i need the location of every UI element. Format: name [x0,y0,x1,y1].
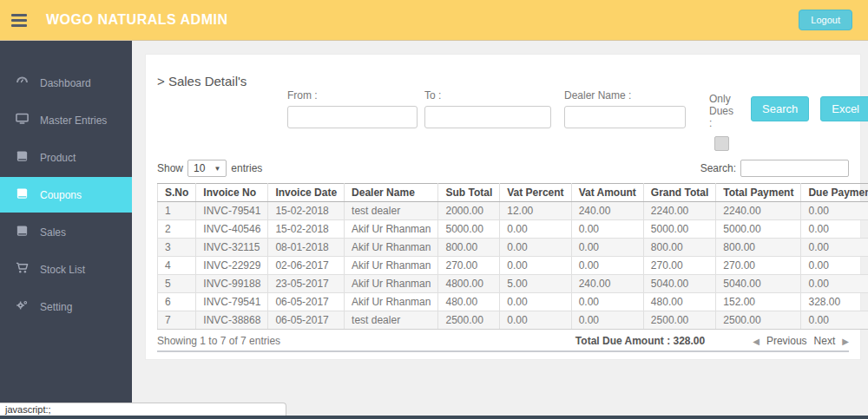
sidebar-item-sales[interactable]: Sales [0,214,132,250]
dealer-name-input[interactable] [564,106,686,128]
search-button[interactable]: Search [751,96,809,121]
table-cell: 6 [158,293,196,311]
excel-button[interactable]: Excel [820,96,868,121]
table-cell: 800.00 [438,239,500,257]
column-header[interactable]: Dealer Name [345,184,438,202]
showing-entries-text: Showing 1 to 7 of 7 entries [157,335,280,347]
table-row: 6INVC-7954106-05-2017Akif Ur Rhanman480.… [158,293,868,311]
menu-icon[interactable] [11,11,27,29]
table-search-label: Search: [700,162,736,174]
table-cell: 1 [158,202,196,220]
page-size-select[interactable]: 10 ▼ [187,160,227,177]
table-cell: Akif Ur Rhanman [345,239,438,257]
table-cell: test dealer [345,311,438,330]
sales-table: S.NoInvoice NoInvoice DateDealer NameSub… [157,183,868,330]
column-header[interactable]: Invoice Date [268,184,345,202]
table-cell: 5040.00 [643,275,715,293]
table-cell: INVC-38868 [196,311,268,330]
table-cell: 480.00 [438,293,500,311]
table-cell: 270.00 [716,257,801,275]
column-header[interactable]: Vat Amount [571,184,643,202]
only-dues-checkbox[interactable] [714,136,729,151]
table-cell: 480.00 [643,293,715,311]
table-cell: 7 [158,311,196,330]
table-cell: 800.00 [643,239,715,257]
only-dues-label: Only Dues : [709,93,733,129]
table-cell: 4800.00 [438,275,500,293]
dashboard-icon [16,75,29,90]
table-cell: 0.00 [571,293,643,311]
table-cell: 0.00 [500,220,571,239]
column-header[interactable]: Vat Percent [500,184,571,202]
column-header[interactable]: Grand Total [643,184,715,202]
table-cell: 0.00 [500,239,571,257]
logout-button[interactable]: Logout [799,10,852,30]
page-title: > Sales Detail's [157,74,287,88]
table-cell: 5040.00 [716,275,801,293]
table-row: 3INVC-3211508-01-2018Akif Ur Rhanman800.… [158,239,868,257]
book-icon [16,225,29,239]
table-search-input[interactable] [740,160,849,177]
table-row: 4INVC-2292902-06-2017Akif Ur Rhanman270.… [158,257,868,275]
table-cell: 0.00 [500,257,571,275]
table-cell: Akif Ur Rhanman [345,220,438,239]
sidebar-item-label: Product [40,152,76,164]
table-cell: 0.00 [801,220,868,239]
table-cell: INVC-99188 [196,275,268,293]
sales-detail-panel: > Sales Detail's From : To : Dealer Name… [145,54,861,360]
table-cell: INVC-32115 [196,239,268,257]
column-header[interactable]: Due Payment [801,184,868,202]
table-cell: 2500.00 [716,311,801,330]
desktop-icon [16,113,29,128]
total-due-amount: Total Due Amount : 328.00 [575,335,705,347]
sidebar-item-master-entries[interactable]: Master Entries [0,102,132,138]
to-date-input[interactable] [424,106,551,128]
to-label: To : [424,89,551,101]
table-cell: 152.00 [716,293,801,311]
table-row: 2INVC-4054615-02-2018Akif Ur Rhanman5000… [158,220,868,239]
sidebar-item-product[interactable]: Product [0,140,132,175]
show-label: Show [157,162,183,174]
sidebar-item-label: Stock List [40,264,85,276]
table-body: 1INVC-7954115-02-2018test dealer2000.001… [158,202,868,330]
table-cell: 4 [158,257,196,275]
table-cell: 0.00 [500,293,571,311]
next-button[interactable]: Next [814,335,836,347]
sidebar-item-label: Master Entries [40,115,107,127]
table-cell: 02-06-2017 [268,257,345,275]
table-cell: 0.00 [571,239,643,257]
table-cell: 2240.00 [643,202,715,220]
table-cell: 0.00 [500,311,571,330]
previous-arrow-icon[interactable]: ◀ [753,337,760,346]
table-cell: 15-02-2018 [268,220,345,239]
next-arrow-icon[interactable]: ▶ [842,337,849,346]
table-cell: 2500.00 [643,311,715,330]
table-cell: 328.00 [801,293,868,311]
table-cell: 12.00 [500,202,571,220]
dealer-name-label: Dealer Name : [564,89,686,101]
cart-icon [16,262,29,277]
top-bar: WOGO NATURALS ADMIN Logout [0,0,868,41]
column-header[interactable]: Sub Total [438,184,500,202]
table-header-row: S.NoInvoice NoInvoice DateDealer NameSub… [158,184,868,202]
from-label: From : [287,89,418,101]
previous-button[interactable]: Previous [766,335,807,347]
sidebar-item-coupons[interactable]: Coupons [0,177,132,213]
sidebar-item-dashboard[interactable]: Dashboard [0,65,132,101]
table-cell: 23-05-2017 [268,275,345,293]
column-header[interactable]: Invoice No [196,184,268,202]
table-cell: 5.00 [500,275,571,293]
table-cell: 0.00 [801,239,868,257]
sidebar-item-setting[interactable]: Setting [0,289,132,324]
table-cell: 800.00 [716,239,801,257]
table-cell: 0.00 [801,202,868,220]
sidebar-item-stock-list[interactable]: Stock List [0,252,132,287]
column-header[interactable]: S.No [158,184,196,202]
from-date-input[interactable] [287,106,418,128]
table-cell: 5000.00 [438,220,500,239]
table-cell: Akif Ur Rhanman [345,293,438,311]
column-header[interactable]: Total Payment [716,184,801,202]
table-cell: Akif Ur Rhanman [345,257,438,275]
table-cell: INVC-79541 [196,202,268,220]
table-cell: 0.00 [801,257,868,275]
